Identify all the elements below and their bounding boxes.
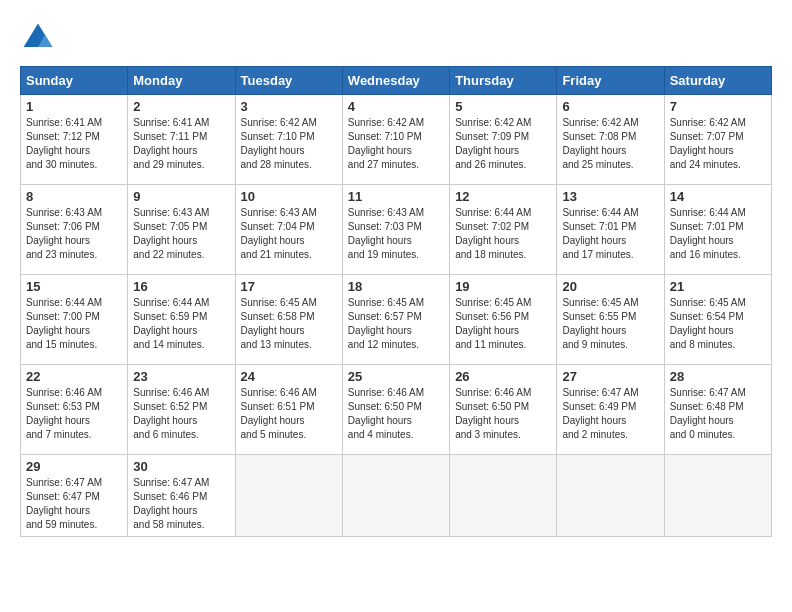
calendar-cell (342, 455, 449, 537)
calendar-cell: 25Sunrise: 6:46 AMSunset: 6:50 PMDayligh… (342, 365, 449, 455)
calendar-cell: 26Sunrise: 6:46 AMSunset: 6:50 PMDayligh… (450, 365, 557, 455)
calendar-cell: 6Sunrise: 6:42 AMSunset: 7:08 PMDaylight… (557, 95, 664, 185)
calendar-cell: 24Sunrise: 6:46 AMSunset: 6:51 PMDayligh… (235, 365, 342, 455)
calendar-cell: 2Sunrise: 6:41 AMSunset: 7:11 PMDaylight… (128, 95, 235, 185)
calendar-cell: 1Sunrise: 6:41 AMSunset: 7:12 PMDaylight… (21, 95, 128, 185)
weekday-header: Saturday (664, 67, 771, 95)
calendar-cell: 19Sunrise: 6:45 AMSunset: 6:56 PMDayligh… (450, 275, 557, 365)
page-header (20, 20, 772, 56)
calendar-cell (450, 455, 557, 537)
weekday-header: Tuesday (235, 67, 342, 95)
calendar-cell: 4Sunrise: 6:42 AMSunset: 7:10 PMDaylight… (342, 95, 449, 185)
calendar-cell: 11Sunrise: 6:43 AMSunset: 7:03 PMDayligh… (342, 185, 449, 275)
calendar-row: 15Sunrise: 6:44 AMSunset: 7:00 PMDayligh… (21, 275, 772, 365)
calendar-cell: 15Sunrise: 6:44 AMSunset: 7:00 PMDayligh… (21, 275, 128, 365)
logo (20, 20, 62, 56)
weekday-header: Thursday (450, 67, 557, 95)
calendar-cell: 9Sunrise: 6:43 AMSunset: 7:05 PMDaylight… (128, 185, 235, 275)
calendar-cell: 13Sunrise: 6:44 AMSunset: 7:01 PMDayligh… (557, 185, 664, 275)
calendar-cell: 23Sunrise: 6:46 AMSunset: 6:52 PMDayligh… (128, 365, 235, 455)
calendar-cell: 14Sunrise: 6:44 AMSunset: 7:01 PMDayligh… (664, 185, 771, 275)
calendar-cell: 8Sunrise: 6:43 AMSunset: 7:06 PMDaylight… (21, 185, 128, 275)
calendar-table: SundayMondayTuesdayWednesdayThursdayFrid… (20, 66, 772, 537)
calendar-cell: 10Sunrise: 6:43 AMSunset: 7:04 PMDayligh… (235, 185, 342, 275)
weekday-header: Monday (128, 67, 235, 95)
calendar-cell: 18Sunrise: 6:45 AMSunset: 6:57 PMDayligh… (342, 275, 449, 365)
weekday-header: Wednesday (342, 67, 449, 95)
calendar-cell: 30Sunrise: 6:47 AMSunset: 6:46 PMDayligh… (128, 455, 235, 537)
calendar-cell (557, 455, 664, 537)
calendar-cell (664, 455, 771, 537)
calendar-cell: 29Sunrise: 6:47 AMSunset: 6:47 PMDayligh… (21, 455, 128, 537)
calendar-cell: 5Sunrise: 6:42 AMSunset: 7:09 PMDaylight… (450, 95, 557, 185)
calendar-cell: 28Sunrise: 6:47 AMSunset: 6:48 PMDayligh… (664, 365, 771, 455)
calendar-cell: 22Sunrise: 6:46 AMSunset: 6:53 PMDayligh… (21, 365, 128, 455)
calendar-cell: 17Sunrise: 6:45 AMSunset: 6:58 PMDayligh… (235, 275, 342, 365)
calendar-header: SundayMondayTuesdayWednesdayThursdayFrid… (21, 67, 772, 95)
weekday-header: Sunday (21, 67, 128, 95)
weekday-header: Friday (557, 67, 664, 95)
calendar-cell: 27Sunrise: 6:47 AMSunset: 6:49 PMDayligh… (557, 365, 664, 455)
calendar-cell (235, 455, 342, 537)
calendar-cell: 16Sunrise: 6:44 AMSunset: 6:59 PMDayligh… (128, 275, 235, 365)
calendar-cell: 20Sunrise: 6:45 AMSunset: 6:55 PMDayligh… (557, 275, 664, 365)
calendar-row: 1Sunrise: 6:41 AMSunset: 7:12 PMDaylight… (21, 95, 772, 185)
calendar-cell: 7Sunrise: 6:42 AMSunset: 7:07 PMDaylight… (664, 95, 771, 185)
calendar-row: 22Sunrise: 6:46 AMSunset: 6:53 PMDayligh… (21, 365, 772, 455)
calendar-row: 29Sunrise: 6:47 AMSunset: 6:47 PMDayligh… (21, 455, 772, 537)
calendar-row: 8Sunrise: 6:43 AMSunset: 7:06 PMDaylight… (21, 185, 772, 275)
calendar-cell: 21Sunrise: 6:45 AMSunset: 6:54 PMDayligh… (664, 275, 771, 365)
calendar-cell: 3Sunrise: 6:42 AMSunset: 7:10 PMDaylight… (235, 95, 342, 185)
logo-icon (20, 20, 56, 56)
calendar-cell: 12Sunrise: 6:44 AMSunset: 7:02 PMDayligh… (450, 185, 557, 275)
